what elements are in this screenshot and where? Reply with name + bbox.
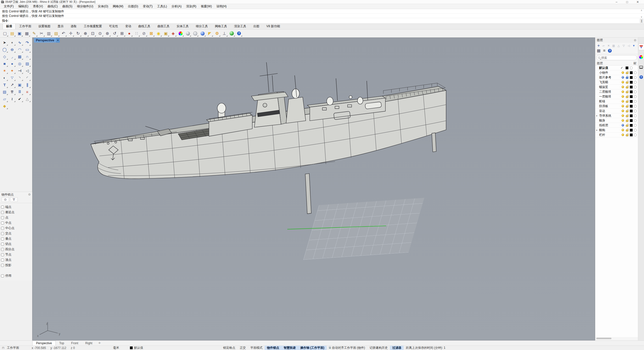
layer-row[interactable]: ▸ 船锚 ✓ (595, 99, 638, 104)
cplane-button[interactable]: 工作平面 (4, 346, 21, 350)
layer-row[interactable]: ▸ 舰身 ✓ (595, 118, 638, 123)
layer-material-circle[interactable] (634, 71, 637, 74)
material-column[interactable]: 材 (633, 61, 636, 66)
snapshot-icon[interactable]: ⊠ (148, 30, 155, 37)
layer-lock-icon[interactable] (626, 86, 628, 88)
layers-gear-icon[interactable]: ⚙ (634, 39, 636, 42)
open-folder-icon[interactable]: ▤ (9, 30, 16, 37)
close-button[interactable]: ✕ (632, 0, 643, 4)
zoom-extents-icon[interactable]: ⊛ (104, 30, 111, 37)
cone-icon[interactable]: △ (24, 96, 31, 102)
layer-name[interactable]: 飞剪艏 (599, 80, 621, 84)
layer-row[interactable]: ▸ 飞剪艏 ✓ (595, 80, 638, 85)
ghosted-sphere-icon[interactable] (192, 30, 199, 37)
spin-down-icon[interactable]: ▼ (641, 21, 642, 23)
fillet-curve-icon[interactable]: ◞ (9, 53, 16, 60)
lock-icon[interactable]: ▣ (162, 30, 169, 37)
layer-expander-icon[interactable]: ▸ (596, 114, 599, 117)
edit-note-icon[interactable]: ✎ (31, 30, 38, 37)
adjust-points-icon[interactable]: ≀ (9, 96, 16, 102)
layer-name[interactable]: 栏杆 (599, 133, 621, 137)
osnap-checkbox-item[interactable]: 垂点 (1, 236, 31, 241)
menu-item[interactable]: 细分物件(U) (75, 4, 96, 9)
check-icon[interactable]: ✔ (16, 96, 23, 102)
dome-icon[interactable]: ◆ (1, 103, 8, 109)
gears-icon[interactable]: ⚙ (214, 30, 220, 37)
layer-lock-icon[interactable] (626, 134, 628, 136)
viewport-tab[interactable]: Perspective (32, 341, 56, 345)
layer-name[interactable]: 船锚 (599, 99, 621, 104)
osnap-checkbox[interactable] (1, 248, 4, 251)
menu-item[interactable]: 网格(M) (110, 4, 126, 9)
color-wheel-icon[interactable] (177, 30, 184, 37)
undo-icon[interactable]: ↶ (60, 30, 67, 37)
mirror-icon[interactable]: ∥ (24, 81, 31, 88)
layer-help-icon[interactable]: ? (607, 48, 612, 53)
duplicate-layer-icon[interactable]: ▥ (611, 43, 616, 48)
layer-row[interactable]: ▸ 防浪板 ✓ (595, 104, 638, 109)
current-layer-button[interactable]: 默认值 (130, 346, 168, 350)
layer-color-swatch[interactable] (630, 90, 633, 93)
layer-material-circle[interactable] (634, 110, 637, 112)
layer-color-swatch[interactable] (630, 105, 633, 108)
ribbon-tab[interactable]: 曲线工具 (135, 23, 154, 29)
layer-material-circle[interactable] (634, 81, 637, 84)
status-toggle[interactable]: 锁定格点 (221, 345, 237, 350)
menu-item[interactable]: 曲线(C) (45, 4, 60, 9)
menu-item[interactable]: 文件(F) (2, 4, 16, 9)
layer-lock-icon[interactable] (626, 106, 628, 108)
annotate-flag-icon[interactable]: ◤ (206, 30, 213, 37)
osnap-disable-checkbox[interactable] (1, 274, 4, 277)
command-scrollbar[interactable]: ∧ ∨ (639, 9, 643, 18)
explode-icon[interactable]: ✶ (1, 67, 8, 74)
cplane-circle-icon[interactable]: ⊘ (141, 30, 147, 37)
osnap-checkbox[interactable] (1, 206, 4, 209)
layer-name[interactable]: 舰炮 (599, 128, 621, 132)
osnap-checkbox[interactable] (1, 237, 4, 240)
ribbon-tab[interactable]: 渲染工具 (231, 23, 250, 29)
layer-row[interactable]: ▸ 螺旋桨 ✓ (595, 85, 638, 89)
viewport-layout-icon[interactable]: ⊞ (119, 30, 125, 37)
status-toggle[interactable]: 过滤器 (390, 345, 404, 350)
text-icon[interactable]: T (1, 81, 8, 88)
ribbon-tab[interactable]: 显示 (54, 23, 67, 29)
new-file-icon[interactable]: ▢ (2, 30, 8, 37)
viewport-dropdown-icon[interactable]: ▾ (56, 38, 60, 43)
copy-icon[interactable]: ▥ (45, 30, 52, 37)
layer-row[interactable]: ▸ 二层舰塔 ✓ (595, 89, 638, 94)
layers-panel-tab[interactable] (638, 44, 644, 50)
box-icon[interactable]: ■ (1, 60, 8, 67)
help-icon[interactable]: ? (236, 30, 242, 37)
layer-visibility-bulb-icon[interactable] (622, 110, 624, 112)
status-toggle[interactable]: 距离上次保存的时间 (分钟): 1 (404, 345, 448, 350)
extrude-icon[interactable]: ▧ (1, 88, 8, 95)
point-group-icon[interactable]: ∵ (9, 74, 16, 81)
menu-item[interactable]: 说明(H) (214, 4, 229, 9)
viewport-title-menu[interactable]: Perspective ▾ (34, 38, 60, 43)
viewport-title[interactable]: Perspective (34, 38, 56, 43)
layer-lock-icon[interactable] (626, 110, 628, 112)
zoom-selected-icon[interactable]: ⊙ (97, 30, 103, 37)
osnap-checkbox[interactable] (1, 227, 4, 230)
menu-item[interactable]: 工具(L) (155, 4, 169, 9)
osnap-checkbox-item[interactable]: 中点 (1, 220, 31, 226)
rendered-sphere-icon[interactable] (199, 30, 206, 37)
layer-name[interactable]: 舰身 (599, 118, 621, 123)
osnap-checkbox-item[interactable]: 最近点 (1, 210, 31, 215)
layer-name[interactable]: 防浪板 (599, 104, 621, 108)
layer-color-swatch[interactable] (630, 110, 633, 112)
layer-visibility-bulb-icon[interactable] (622, 95, 624, 98)
osnap-checkbox[interactable] (1, 259, 4, 262)
layer-name[interactable]: 小物件 (599, 71, 621, 75)
ribbon-tab[interactable]: 细分工具 (192, 23, 211, 29)
print-icon[interactable]: ▦ (23, 30, 30, 37)
layer-visibility-bulb-icon[interactable] (622, 71, 624, 74)
status-toggle[interactable]: 操作轴 (工作平面) (298, 345, 326, 350)
ribbon-tab[interactable]: 选取 (67, 23, 80, 29)
layer-color-swatch[interactable] (630, 71, 633, 74)
layers-hscrollbar[interactable] (596, 338, 636, 340)
ribbon-tab[interactable]: 变动 (122, 23, 135, 29)
layer-name[interactable]: 导弹系统 (599, 114, 621, 118)
car-icon[interactable]: ● (126, 30, 133, 37)
layer-lock-icon[interactable] (626, 125, 628, 127)
